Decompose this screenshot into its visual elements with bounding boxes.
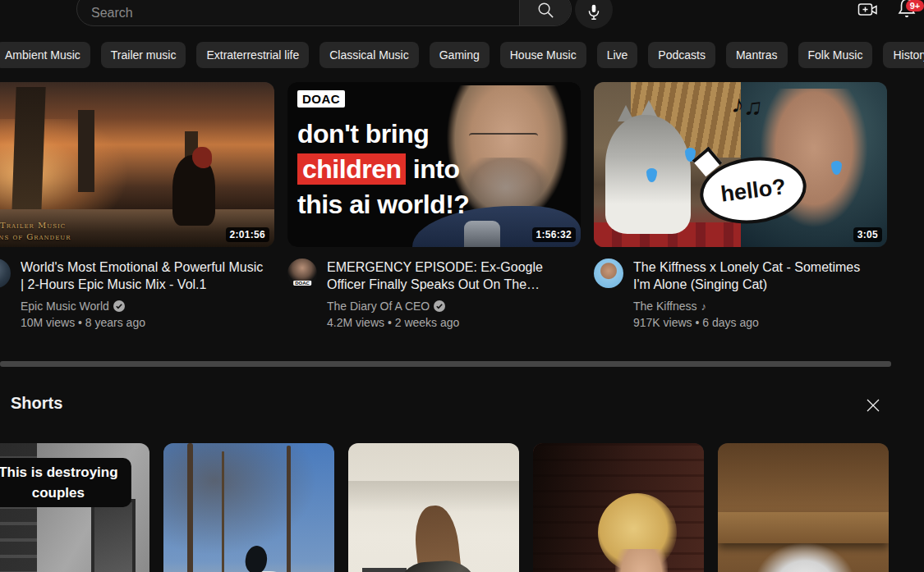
video-title[interactable]: World's Most Emotional & Powerful Music … [21, 259, 267, 293]
chip-ambient-music[interactable]: Ambient Music [0, 42, 90, 68]
duration-badge: 1:56:32 [532, 227, 576, 242]
short-art [91, 499, 136, 572]
thumbnail-art [11, 87, 45, 214]
youtube-home-page: 9+ Ambient Music Trailer music Extraterr… [0, 0, 924, 572]
music-note-badge-icon: ♪ [701, 300, 707, 313]
short-thumbnail[interactable] [163, 443, 334, 572]
short-art [615, 549, 668, 572]
thumbnail-art [78, 110, 94, 192]
chip-live[interactable]: Live [597, 42, 638, 68]
thumbnail-art [469, 133, 538, 151]
shorts-close-button[interactable] [862, 395, 884, 416]
duration-badge: 3:05 [853, 227, 882, 242]
microphone-icon [585, 2, 603, 22]
close-icon [865, 397, 881, 414]
thumbnail-art [641, 100, 657, 117]
thumbnail-caption: on Trailer Music sions of Grandeur [0, 220, 71, 243]
horizontal-scrollbar[interactable] [0, 361, 891, 367]
verified-badge-icon [434, 300, 445, 312]
video-card: ♪♫ hello? 3:05 The Kiffness x Lonely Cat… [594, 82, 887, 331]
video-meta: 917K views • 6 days ago [633, 314, 880, 331]
short-art [756, 543, 854, 572]
search-input[interactable] [77, 0, 519, 25]
video-meta: 10M views • 8 years ago [21, 314, 267, 331]
short-art [718, 512, 889, 543]
video-title[interactable]: The Kiffness x Lonely Cat - Sometimes I'… [633, 259, 880, 293]
short-art [187, 443, 193, 572]
category-chips-bar: Ambient Music Trailer music Extraterrest… [0, 42, 924, 68]
video-thumbnail[interactable]: DOAC don't bring children into this ai w… [287, 82, 581, 247]
chip-extraterrestrial-life[interactable]: Extraterrestrial life [196, 42, 309, 68]
create-button[interactable] [857, 0, 879, 20]
music-notes-art: ♪♫ [730, 90, 765, 122]
chip-gaming[interactable]: Gaming [430, 42, 490, 68]
short-thumbnail[interactable]: This is destroying couples [0, 443, 149, 572]
chip-history[interactable]: History [883, 42, 924, 68]
chip-classical-music[interactable]: Classical Music [319, 42, 418, 68]
thumbnail-headline: don't bring children into this ai world!… [297, 117, 469, 222]
chip-podcasts[interactable]: Podcasts [648, 42, 715, 68]
video-thumbnail[interactable]: ♪♫ hello? 3:05 [594, 82, 887, 247]
short-caption: This is destroying couples [0, 458, 131, 507]
thumbnail-art [464, 221, 500, 247]
short-art [362, 568, 407, 572]
chip-mantras[interactable]: Mantras [726, 42, 788, 68]
short-thumbnail[interactable] [348, 443, 519, 572]
thumbnail-doac-badge: DOAC [297, 90, 345, 108]
search-button[interactable] [519, 0, 571, 25]
video-card: on Trailer Music sions of Grandeur 2:01:… [0, 82, 274, 331]
channel-name[interactable]: The Diary Of A CEO [327, 300, 573, 313]
channel-avatar[interactable] [594, 259, 623, 288]
video-card: DOAC don't bring children into this ai w… [287, 82, 581, 331]
short-thumbnail[interactable] [718, 443, 889, 572]
channel-avatar[interactable]: DOAC [287, 259, 317, 288]
verified-badge-icon [113, 300, 125, 312]
chip-folk-music[interactable]: Folk Music [798, 42, 873, 68]
short-thumbnail[interactable] [533, 443, 704, 572]
channel-name[interactable]: Epic Music World [21, 300, 267, 313]
channel-name[interactable]: The Kiffness ♪ [633, 300, 880, 313]
chip-trailer-music[interactable]: Trailer music [101, 42, 186, 68]
shorts-section-title: Shorts [11, 394, 62, 413]
avatar-doac-label: DOAC [293, 281, 311, 286]
notification-count-badge: 9+ [906, 0, 924, 11]
video-meta: 4.2M views • 2 weeks ago [327, 314, 573, 331]
search-bar [76, 0, 572, 26]
voice-search-button[interactable] [575, 0, 613, 29]
duration-badge: 2:01:56 [226, 227, 269, 242]
search-icon [536, 1, 555, 20]
video-thumbnail[interactable]: on Trailer Music sions of Grandeur 2:01:… [0, 82, 274, 247]
thumbnail-art [192, 147, 212, 168]
video-title[interactable]: EMERGENCY EPISODE: Ex-Google Officer Fin… [327, 259, 573, 293]
video-camera-plus-icon [857, 0, 879, 20]
channel-avatar[interactable] [0, 259, 11, 288]
chip-house-music[interactable]: House Music [500, 42, 586, 68]
